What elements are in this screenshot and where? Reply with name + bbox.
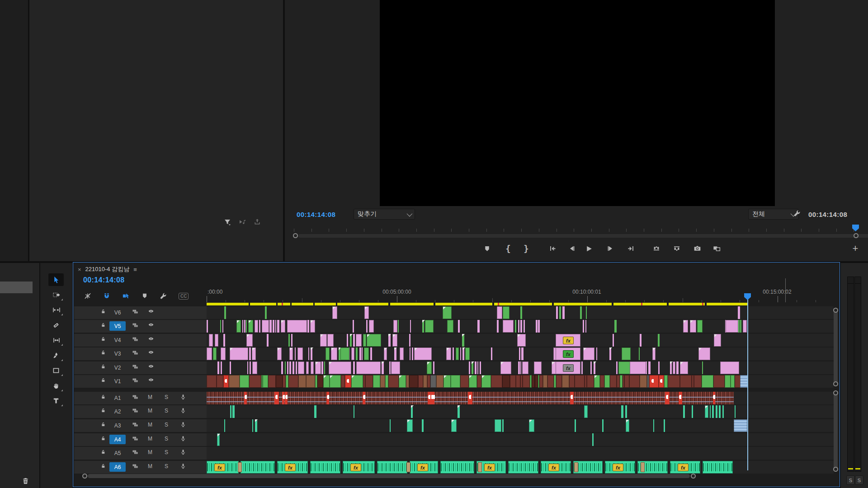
- clip[interactable]: [735, 405, 736, 418]
- track-name-A1[interactable]: A1: [109, 393, 126, 403]
- clip[interactable]: [221, 361, 222, 374]
- clip[interactable]: [664, 375, 668, 388]
- clip[interactable]: [508, 461, 538, 474]
- clip[interactable]: [207, 347, 212, 360]
- clip[interactable]: [639, 347, 640, 360]
- clip[interactable]: fx: [556, 334, 580, 347]
- track-header-A3[interactable]: A3MS: [74, 419, 207, 432]
- lift-button[interactable]: [649, 242, 664, 255]
- clip[interactable]: [356, 361, 381, 374]
- toggle-track-output-eye-icon[interactable]: [147, 350, 155, 355]
- clip[interactable]: [217, 433, 220, 446]
- clip[interactable]: [224, 306, 226, 319]
- clip[interactable]: [220, 320, 221, 333]
- clip[interactable]: [676, 361, 678, 374]
- clip[interactable]: [712, 405, 714, 418]
- clip[interactable]: fx: [541, 461, 571, 474]
- clip[interactable]: [585, 320, 587, 333]
- lock-icon[interactable]: [100, 322, 106, 328]
- clip[interactable]: [428, 392, 431, 404]
- solo-button[interactable]: S: [163, 449, 170, 455]
- sync-lock-icon[interactable]: [132, 463, 139, 469]
- sync-lock-icon[interactable]: [132, 350, 139, 356]
- add-marker-button[interactable]: [479, 242, 495, 255]
- video-vertical-scrollbar[interactable]: [834, 309, 838, 384]
- clip[interactable]: [427, 375, 431, 388]
- export-icon[interactable]: [254, 218, 261, 225]
- track-header-A2[interactable]: A2MS: [74, 405, 207, 418]
- clip[interactable]: [353, 320, 354, 333]
- track-lane-A6[interactable]: fxfxfxfxfxfxfxfx: [207, 461, 834, 474]
- clip[interactable]: [356, 334, 362, 347]
- clip[interactable]: fx: [556, 347, 580, 360]
- clip[interactable]: [460, 347, 461, 360]
- v-scroll-handle-1[interactable]: [833, 308, 838, 313]
- clip[interactable]: [610, 375, 617, 388]
- track-lane-V6[interactable]: [207, 306, 834, 319]
- clip[interactable]: [477, 361, 478, 374]
- clip[interactable]: [393, 320, 397, 333]
- clip[interactable]: [710, 405, 711, 418]
- clip[interactable]: [664, 419, 665, 432]
- clip[interactable]: [354, 405, 355, 418]
- clip[interactable]: [436, 375, 443, 388]
- mark-out-button[interactable]: }: [519, 242, 534, 255]
- clip[interactable]: [451, 375, 460, 388]
- voiceover-record-mic-icon[interactable]: [180, 394, 186, 400]
- audio-vertical-scrollbar[interactable]: [834, 392, 838, 469]
- clip[interactable]: [400, 347, 404, 360]
- clip[interactable]: [298, 375, 306, 388]
- filter-icon[interactable]: [224, 218, 231, 225]
- clip[interactable]: [423, 375, 427, 388]
- mute-button[interactable]: M: [146, 408, 154, 414]
- clip[interactable]: [380, 375, 385, 388]
- sync-lock-icon[interactable]: [132, 364, 139, 370]
- type-tool[interactable]: [48, 394, 64, 407]
- clip[interactable]: [559, 306, 561, 319]
- clip[interactable]: [491, 347, 492, 360]
- clip[interactable]: [743, 320, 747, 333]
- clip[interactable]: [410, 320, 411, 333]
- clip[interactable]: [241, 461, 275, 474]
- clip[interactable]: [521, 347, 524, 360]
- clip[interactable]: [248, 320, 254, 333]
- clip[interactable]: [267, 334, 269, 347]
- clip[interactable]: [288, 334, 290, 347]
- clip[interactable]: [502, 375, 510, 388]
- yellow-clip[interactable]: [669, 303, 705, 305]
- track-lane-V3[interactable]: fx: [207, 347, 834, 360]
- clip[interactable]: [406, 462, 410, 472]
- clip[interactable]: [314, 405, 316, 418]
- clip[interactable]: [427, 361, 432, 374]
- clip[interactable]: [252, 419, 253, 432]
- monitor-scroll-right-handle[interactable]: [854, 233, 859, 238]
- clip[interactable]: [384, 347, 387, 360]
- clip[interactable]: [535, 375, 538, 388]
- clip[interactable]: [409, 334, 410, 347]
- clip[interactable]: [353, 361, 355, 374]
- clip[interactable]: [538, 320, 540, 333]
- clip[interactable]: [543, 375, 547, 388]
- clip[interactable]: [255, 320, 258, 333]
- clip[interactable]: [249, 375, 261, 388]
- clip[interactable]: [433, 361, 434, 374]
- clip[interactable]: [365, 375, 373, 388]
- fit-zoom-dropdown[interactable]: 맞추기: [354, 209, 415, 220]
- slip-tool[interactable]: [48, 334, 64, 347]
- clip[interactable]: [653, 419, 655, 432]
- clip[interactable]: [232, 405, 235, 418]
- rectangle-tool[interactable]: [48, 364, 64, 377]
- clip[interactable]: [596, 347, 597, 360]
- clip[interactable]: [581, 361, 583, 374]
- clip[interactable]: [453, 347, 454, 360]
- clip[interactable]: [244, 392, 247, 404]
- clip[interactable]: fx: [207, 461, 239, 474]
- track-lane-A2[interactable]: [207, 405, 834, 418]
- track-name-A2[interactable]: A2: [109, 407, 126, 416]
- clip[interactable]: [288, 375, 299, 388]
- clip[interactable]: [519, 347, 520, 360]
- clip[interactable]: [329, 361, 351, 374]
- clip[interactable]: [364, 306, 369, 319]
- clip[interactable]: [547, 375, 554, 388]
- clip[interactable]: [388, 334, 390, 347]
